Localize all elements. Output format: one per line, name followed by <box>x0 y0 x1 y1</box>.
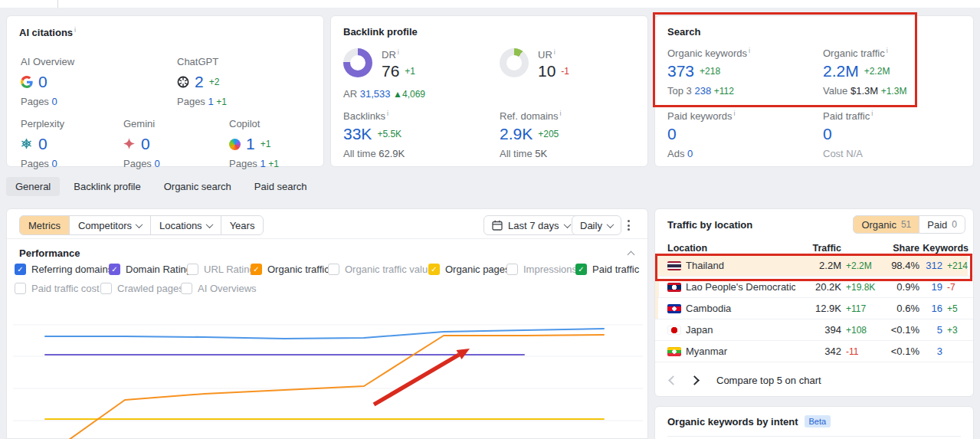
checkbox[interactable] <box>328 264 339 275</box>
ref-domains-value[interactable]: 2.9K <box>500 125 533 143</box>
ref-domains-delta: +205 <box>538 129 559 139</box>
next-page-button[interactable] <box>689 375 700 385</box>
keywords-value[interactable]: 19 <box>919 281 942 293</box>
info-icon[interactable]: i <box>887 47 888 54</box>
prev-page-button[interactable] <box>667 375 678 385</box>
chatgpt-value[interactable]: 2 <box>195 73 204 91</box>
share-value: <0.1% <box>880 346 919 357</box>
metric-paid-traffic[interactable]: ✓Paid traffic <box>575 264 639 275</box>
info-icon[interactable]: i <box>398 48 399 56</box>
country-name[interactable]: Thailand <box>686 260 795 271</box>
pages-value[interactable]: 0 <box>155 158 160 169</box>
locations-button[interactable]: Locations <box>150 215 221 235</box>
checkbox[interactable]: ✓ <box>428 264 440 275</box>
paid-traffic-value[interactable]: 0 <box>823 125 832 143</box>
info-icon[interactable]: i <box>554 48 556 56</box>
perplexity-value[interactable]: 0 <box>38 135 48 153</box>
checkbox[interactable] <box>100 283 112 294</box>
metric-paid-traffic-cost[interactable]: Paid traffic cost <box>15 283 100 294</box>
col-traffic[interactable]: Traffic <box>795 243 841 254</box>
search-card: Search Organic keywordsi 373 +218 Top 3 … <box>654 15 974 167</box>
table-row-myanmar[interactable]: Myanmar 342 -11 <0.1% 3 <box>655 341 973 362</box>
competitors-button[interactable]: Competitors <box>69 215 151 235</box>
metric-ai-overviews[interactable]: AI Overviews <box>181 283 257 294</box>
tab-backlink-profile[interactable]: Backlink profile <box>64 177 149 196</box>
organic-keywords-value[interactable]: 373 <box>667 62 694 80</box>
keywords-value[interactable]: 3 <box>919 346 942 357</box>
checkbox[interactable]: ✓ <box>109 264 120 275</box>
keywords-value[interactable]: 16 <box>919 303 942 314</box>
paid-keywords-label: Paid keywords <box>667 110 733 122</box>
paid-traffic-label: Paid traffic <box>823 110 870 122</box>
paid-keywords-value[interactable]: 0 <box>667 125 677 143</box>
metric-domain-rating[interactable]: ✓Domain Rating <box>109 264 192 275</box>
col-share[interactable]: Share <box>880 243 919 254</box>
traffic-value: 12.9K <box>795 303 841 314</box>
country-name[interactable]: Myanmar <box>686 346 795 357</box>
location-table: Thailand 2.2M +2.2M 98.4% 312 +214 Lao P… <box>655 255 973 362</box>
performance-line-chart[interactable] <box>7 303 649 439</box>
pages-value[interactable]: 1 <box>261 158 266 169</box>
table-row-japan[interactable]: Japan 394 +108 <0.1% 5 +3 <box>655 319 973 341</box>
years-button[interactable]: Years <box>221 215 264 235</box>
organic-toggle[interactable]: Organic51 <box>853 215 919 234</box>
copilot-value[interactable]: 1 <box>246 135 255 153</box>
info-icon[interactable]: i <box>387 110 388 117</box>
checkbox[interactable]: ✓ <box>575 264 587 275</box>
checkbox[interactable] <box>181 283 192 294</box>
tab-general[interactable]: General <box>6 177 60 196</box>
ads-value[interactable]: 0 <box>687 148 693 159</box>
divider <box>57 0 58 8</box>
checkbox[interactable] <box>187 264 198 275</box>
metric-url-rating[interactable]: URL Rating <box>187 264 255 275</box>
checkbox[interactable]: ✓ <box>251 264 262 275</box>
info-icon[interactable]: i <box>74 26 76 34</box>
ai-overview-value[interactable]: 0 <box>38 73 48 91</box>
keywords-value[interactable]: 5 <box>919 324 942 336</box>
country-name[interactable]: Lao People's Democratic Reput <box>686 281 795 293</box>
more-options-button[interactable] <box>623 217 634 234</box>
metric-organic-traffic[interactable]: ✓Organic traffic <box>251 264 329 275</box>
metric-crawled-pages[interactable]: Crawled pages <box>100 283 184 294</box>
card-title: AI citationsi <box>19 26 76 38</box>
metric-referring-domains[interactable]: ✓Referring domains <box>15 264 113 275</box>
info-icon[interactable]: i <box>560 110 562 117</box>
tab-organic-search[interactable]: Organic search <box>155 177 241 196</box>
checkbox[interactable]: ✓ <box>15 264 26 275</box>
metric-impressions[interactable]: Impressions <box>506 264 577 275</box>
tab-paid-search[interactable]: Paid search <box>245 177 316 196</box>
date-range-button[interactable]: Last 7 days <box>483 215 578 235</box>
checkbox[interactable] <box>15 283 26 294</box>
ur-value[interactable]: 10 <box>538 62 556 80</box>
info-icon[interactable]: i <box>871 110 873 117</box>
table-row-thailand[interactable]: Thailand 2.2M +2.2M 98.4% 312 +214 <box>655 255 973 277</box>
organic-traffic-value[interactable]: 2.2M <box>823 62 859 80</box>
country-name[interactable]: Japan <box>686 324 795 336</box>
top3-value[interactable]: 238 <box>694 85 711 97</box>
info-icon[interactable]: i <box>749 47 750 54</box>
pages-value[interactable]: 1 <box>208 96 214 107</box>
checkbox[interactable] <box>506 264 518 275</box>
ur-label: UR <box>538 49 552 61</box>
country-name[interactable]: Cambodia <box>686 303 795 314</box>
metric-organic-traffic-value[interactable]: Organic traffic value <box>328 264 433 275</box>
paid-toggle[interactable]: Paid0 <box>919 215 965 234</box>
metric-organic-pages[interactable]: ✓Organic pages <box>428 264 510 275</box>
table-row-laos[interactable]: Lao People's Democratic Reput 20.2K +19.… <box>655 277 973 298</box>
keywords-value[interactable]: 312 <box>919 260 942 271</box>
pages-value[interactable]: 0 <box>52 96 57 107</box>
compare-top5-link[interactable]: Compare top 5 on chart <box>716 375 821 386</box>
col-location[interactable]: Location <box>667 243 795 254</box>
granularity-button[interactable]: Daily <box>572 215 621 235</box>
pages-label: Pages <box>123 158 152 169</box>
pages-value[interactable]: 0 <box>52 158 57 169</box>
col-keywords[interactable]: Keywords <box>919 243 969 254</box>
info-icon[interactable]: i <box>734 110 736 117</box>
backlinks-value[interactable]: 33K <box>343 125 372 143</box>
ar-value[interactable]: 31,533 <box>360 88 391 100</box>
gemini-value[interactable]: 0 <box>141 135 150 153</box>
table-row-cambodia[interactable]: Cambodia 12.9K +117 0.6% 16 +5 <box>655 298 973 319</box>
metrics-button[interactable]: Metrics <box>19 215 70 235</box>
dr-value[interactable]: 76 <box>382 62 399 80</box>
collapse-icon[interactable] <box>628 251 635 259</box>
